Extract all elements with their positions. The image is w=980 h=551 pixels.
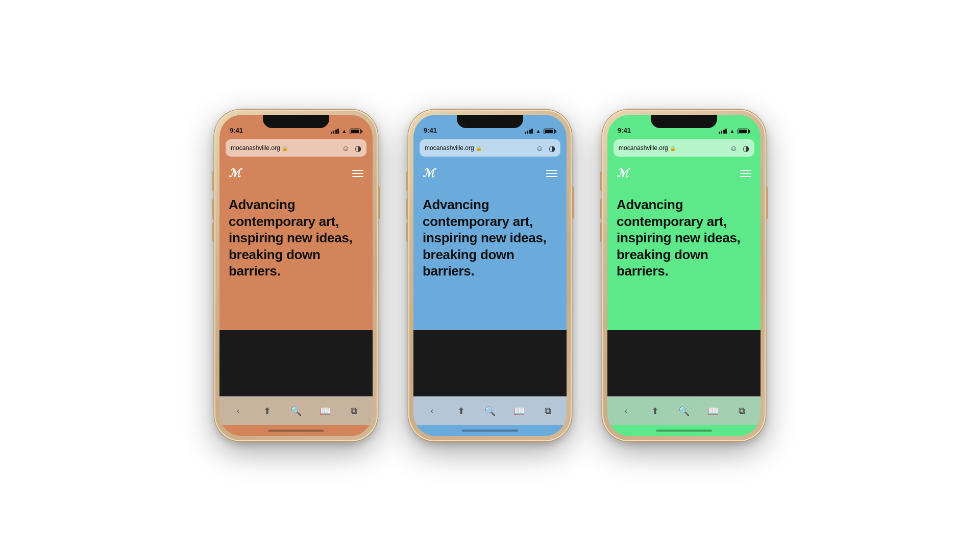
phone-orange: 9:41 ▲ mocanashville.org 🔒 ☺	[214, 110, 378, 441]
status-icons-blue: ▲	[525, 128, 556, 134]
url-actions-green: ☺ ◑	[730, 144, 749, 152]
site-logo-green: ℳ	[617, 167, 629, 180]
url-bar-blue[interactable]: mocanashville.org 🔒 ☺ ◑	[420, 139, 560, 157]
lock-icon-orange: 🔒	[282, 145, 288, 151]
status-icons-green: ▲	[719, 128, 750, 134]
battery-icon-blue	[544, 129, 556, 134]
dark-section-blue	[413, 330, 567, 396]
tabs-btn-orange[interactable]: ⧉	[345, 402, 363, 420]
site-content-blue: ℳ Advancing contemporary art, inspiring …	[413, 161, 567, 396]
safari-toolbar-green: ‹ ⬆ 🔍 📖 ⧉	[607, 396, 761, 425]
site-content-green: ℳ Advancing contemporary art, inspiring …	[607, 161, 761, 396]
phone-screen-blue: 9:41 ▲ mocanashville.org 🔒 ☺	[413, 115, 567, 436]
battery-icon-green	[738, 129, 750, 134]
home-indicator-blue	[413, 425, 567, 436]
share-btn-orange[interactable]: ⬆	[258, 402, 276, 420]
home-indicator-orange	[219, 425, 373, 436]
tabs-btn-blue[interactable]: ⧉	[539, 402, 557, 420]
signal-bars-green	[719, 129, 727, 134]
dark-section-orange	[219, 330, 373, 396]
site-header-green: ℳ	[607, 161, 761, 186]
share-btn-blue[interactable]: ⬆	[452, 402, 470, 420]
status-time-blue: 9:41	[424, 127, 437, 134]
signal-bars-orange	[331, 129, 339, 134]
notch-orange	[263, 115, 329, 128]
status-time-orange: 9:41	[230, 127, 243, 134]
site-hero-green: Advancing contemporary art, inspiring ne…	[607, 186, 761, 330]
url-domain-orange: mocanashville.org	[231, 144, 280, 152]
url-bar-container-orange: mocanashville.org 🔒 ☺ ◑	[219, 137, 373, 161]
reader-btn-orange[interactable]: ◑	[355, 144, 361, 152]
url-domain-blue: mocanashville.org	[425, 144, 474, 152]
site-logo-orange: ℳ	[229, 167, 241, 180]
phone-blue: 9:41 ▲ mocanashville.org 🔒 ☺	[408, 110, 572, 441]
wifi-icon-blue: ▲	[535, 128, 541, 134]
hamburger-menu-orange[interactable]	[352, 170, 363, 177]
battery-icon-orange	[350, 129, 362, 134]
back-btn-orange[interactable]: ‹	[229, 402, 247, 420]
site-header-orange: ℳ	[219, 161, 373, 186]
back-btn-blue[interactable]: ‹	[423, 402, 441, 420]
bookmarks-btn-orange[interactable]: 📖	[316, 402, 334, 420]
home-bar-orange	[268, 430, 324, 432]
notch-blue	[457, 115, 523, 128]
url-domain-green: mocanashville.org	[619, 144, 668, 152]
notch-green	[651, 115, 717, 128]
home-indicator-green	[607, 425, 761, 436]
emoji-btn-green[interactable]: ☺	[730, 144, 738, 152]
wifi-icon-green: ▲	[729, 128, 735, 134]
url-actions-blue: ☺ ◑	[536, 144, 555, 152]
lock-icon-blue: 🔒	[476, 145, 482, 151]
dark-section-green	[607, 330, 761, 396]
phone-screen-green: 9:41 ▲ mocanashville.org 🔒 ☺	[607, 115, 761, 436]
signal-bars-blue	[525, 129, 533, 134]
site-header-blue: ℳ	[413, 161, 567, 186]
site-hero-orange: Advancing contemporary art, inspiring ne…	[219, 186, 373, 330]
site-content-orange: ℳ Advancing contemporary art, inspiring …	[219, 161, 373, 396]
wifi-icon-orange: ▲	[341, 128, 347, 134]
hero-text-orange: Advancing contemporary art, inspiring ne…	[229, 196, 363, 280]
hamburger-menu-blue[interactable]	[546, 170, 557, 177]
hero-text-blue: Advancing contemporary art, inspiring ne…	[423, 196, 557, 280]
url-bar-container-green: mocanashville.org 🔒 ☺ ◑	[607, 137, 761, 161]
tabs-btn-green[interactable]: ⧉	[733, 402, 751, 420]
reader-btn-green[interactable]: ◑	[743, 144, 749, 152]
lock-icon-green: 🔒	[670, 145, 676, 151]
reader-btn-blue[interactable]: ◑	[549, 144, 555, 152]
url-text-orange: mocanashville.org 🔒	[231, 144, 288, 152]
share-btn-green[interactable]: ⬆	[646, 402, 664, 420]
url-bar-container-blue: mocanashville.org 🔒 ☺ ◑	[413, 137, 567, 161]
url-bar-orange[interactable]: mocanashville.org 🔒 ☺ ◑	[226, 139, 366, 157]
hero-text-green: Advancing contemporary art, inspiring ne…	[617, 196, 751, 280]
search-btn-blue[interactable]: 🔍	[481, 402, 499, 420]
site-logo-blue: ℳ	[423, 167, 435, 180]
url-actions-orange: ☺ ◑	[342, 144, 361, 152]
url-text-green: mocanashville.org 🔒	[619, 144, 676, 152]
home-bar-blue	[462, 430, 518, 432]
bookmarks-btn-green[interactable]: 📖	[704, 402, 722, 420]
phone-screen-orange: 9:41 ▲ mocanashville.org 🔒 ☺	[219, 115, 373, 436]
safari-toolbar-blue: ‹ ⬆ 🔍 📖 ⧉	[413, 396, 567, 425]
hamburger-menu-green[interactable]	[740, 170, 751, 177]
site-hero-blue: Advancing contemporary art, inspiring ne…	[413, 186, 567, 330]
status-icons-orange: ▲	[331, 128, 362, 134]
bookmarks-btn-blue[interactable]: 📖	[510, 402, 528, 420]
home-bar-green	[656, 430, 712, 432]
phone-green: 9:41 ▲ mocanashville.org 🔒 ☺	[602, 110, 766, 441]
url-text-blue: mocanashville.org 🔒	[425, 144, 482, 152]
search-btn-orange[interactable]: 🔍	[287, 402, 305, 420]
search-btn-green[interactable]: 🔍	[675, 402, 693, 420]
emoji-btn-orange[interactable]: ☺	[342, 144, 350, 152]
back-btn-green[interactable]: ‹	[617, 402, 635, 420]
emoji-btn-blue[interactable]: ☺	[536, 144, 544, 152]
status-time-green: 9:41	[618, 127, 631, 134]
url-bar-green[interactable]: mocanashville.org 🔒 ☺ ◑	[614, 139, 754, 157]
safari-toolbar-orange: ‹ ⬆ 🔍 📖 ⧉	[219, 396, 373, 425]
